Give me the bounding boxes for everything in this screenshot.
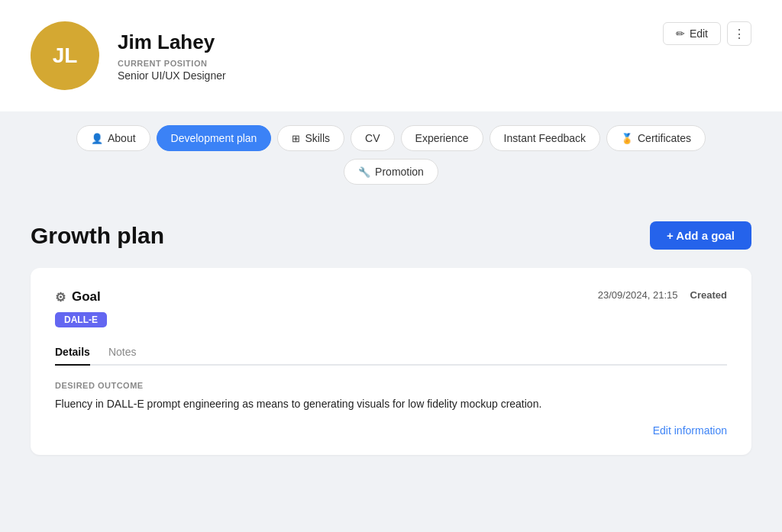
inner-tab-details[interactable]: Details (55, 340, 90, 366)
certificates-icon: 🏅 (621, 133, 633, 144)
position-label: CURRENT POSITION (118, 59, 751, 68)
user-name: Jim Lahey (118, 31, 751, 54)
header-section: JL Jim Lahey CURRENT POSITION Senior UI/… (0, 0, 782, 111)
nav-tab-about-label: About (108, 132, 136, 144)
inner-tab-notes[interactable]: Notes (108, 340, 137, 366)
nav-row-1: 👤AboutDevelopment plan⊞SkillsCVExperienc… (76, 125, 706, 151)
promotion-icon: 🔧 (358, 166, 370, 178)
skills-icon: ⊞ (292, 133, 300, 144)
about-icon: 👤 (91, 133, 103, 144)
nav-tab-cv[interactable]: CV (351, 125, 394, 151)
nav-tab-development_plan[interactable]: Development plan (157, 125, 272, 151)
nav-tab-skills[interactable]: ⊞Skills (277, 125, 344, 151)
desired-outcome-text: Fluency in DALL-E prompt engineering as … (55, 396, 727, 412)
goal-date: 23/09/2024, 21:15 (598, 289, 678, 301)
goal-title-row: ⚙ Goal (55, 289, 101, 305)
avatar: JL (31, 21, 99, 90)
more-options-button[interactable]: ⋮ (727, 21, 751, 46)
edit-button[interactable]: ✏ Edit (663, 22, 721, 45)
position-value: Senior UI/UX Designer (118, 69, 751, 82)
nav-tab-experience-label: Experience (415, 132, 469, 144)
main-content: Growth plan + Add a goal ⚙ Goal 23/09/20… (0, 198, 782, 504)
nav-tab-instant_feedback-label: Instant Feedback (504, 132, 586, 144)
inner-tabs: DetailsNotes (55, 340, 727, 366)
add-goal-button[interactable]: + Add a goal (650, 221, 751, 250)
goal-card-header: ⚙ Goal 23/09/2024, 21:15 Created (55, 289, 727, 305)
desired-outcome-label: DESIRED OUTCOME (55, 381, 727, 390)
nav-tab-skills-label: Skills (305, 132, 330, 144)
nav-tab-promotion[interactable]: 🔧Promotion (344, 159, 438, 185)
goal-icon: ⚙ (55, 290, 66, 305)
goal-status-badge: Created (690, 289, 727, 301)
growth-header: Growth plan + Add a goal (31, 221, 751, 250)
nav-tab-certificates[interactable]: 🏅Certificates (606, 125, 706, 151)
user-info: Jim Lahey CURRENT POSITION Senior UI/UX … (118, 31, 751, 82)
nav-tab-promotion-label: Promotion (375, 166, 424, 178)
header-actions: ✏ Edit ⋮ (663, 21, 751, 46)
nav-tab-experience[interactable]: Experience (401, 125, 483, 151)
nav-tab-cv-label: CV (365, 132, 380, 144)
nav-tab-about[interactable]: 👤About (76, 125, 150, 151)
goal-title: Goal (72, 289, 101, 305)
edit-information-link[interactable]: Edit information (55, 424, 727, 437)
goal-tag: DALL-E (55, 312, 107, 327)
nav-tab-certificates-label: Certificates (638, 132, 691, 144)
nav-tab-instant_feedback[interactable]: Instant Feedback (490, 125, 600, 151)
goal-card: ⚙ Goal 23/09/2024, 21:15 Created DALL-E … (31, 268, 751, 455)
goal-meta: 23/09/2024, 21:15 Created (598, 289, 727, 301)
nav-row-2: 🔧Promotion (344, 159, 438, 185)
pencil-icon: ✏ (676, 27, 685, 40)
nav-tab-development_plan-label: Development plan (171, 132, 257, 144)
edit-button-label: Edit (690, 27, 708, 40)
nav-section: 👤AboutDevelopment plan⊞SkillsCVExperienc… (0, 111, 782, 198)
growth-plan-title: Growth plan (31, 223, 164, 249)
